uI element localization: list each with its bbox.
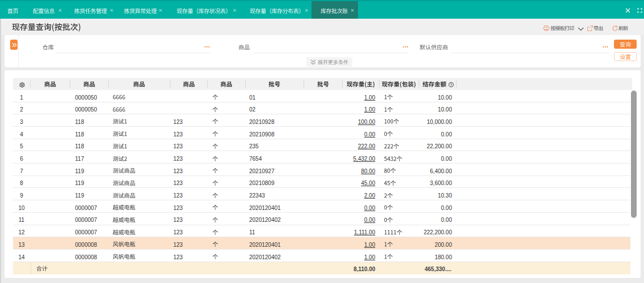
svg-text:?: ? xyxy=(450,83,453,87)
